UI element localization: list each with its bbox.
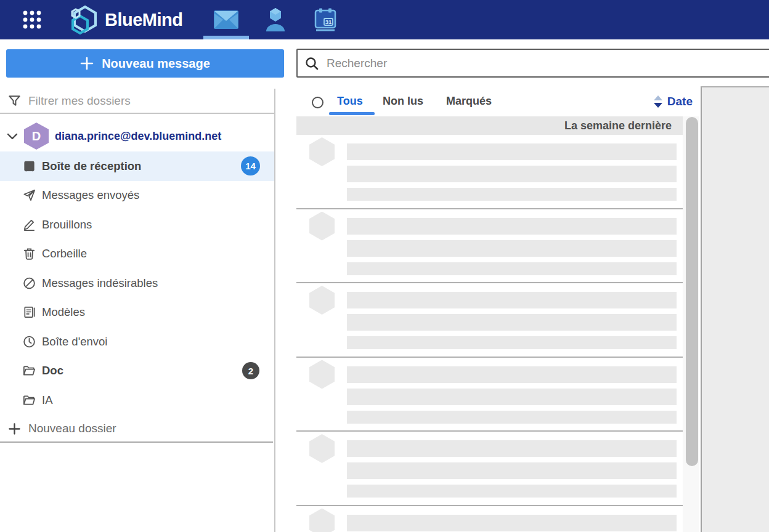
date-group-header: La semaine dernière	[296, 116, 683, 135]
nav-tab-contacts[interactable]	[262, 0, 289, 39]
toolbar: Nouveau message	[0, 39, 769, 89]
folder-label: Modèles	[42, 305, 85, 319]
sidebar-item-inbox[interactable]: Boîte de réception 14	[0, 151, 274, 181]
sort-arrows-icon	[654, 95, 662, 108]
new-message-button[interactable]: Nouveau message	[6, 49, 284, 78]
unread-count-badge: 2	[242, 362, 259, 379]
message-skeleton-row[interactable]	[296, 283, 683, 358]
calendar-icon: 31	[314, 8, 338, 31]
chevron-down-icon[interactable]	[5, 129, 20, 143]
text-placeholder	[347, 462, 677, 479]
folder-label: Brouillons	[42, 218, 92, 232]
tab-unread[interactable]: Non lus	[383, 95, 423, 108]
message-skeleton-row[interactable]	[296, 432, 683, 506]
sort-label: Date	[667, 95, 693, 108]
search-box	[296, 49, 769, 78]
message-skeleton-row[interactable]	[296, 135, 683, 209]
message-skeleton-row[interactable]	[296, 209, 683, 284]
plus-icon	[8, 422, 21, 435]
avatar-placeholder	[309, 212, 335, 241]
message-skeleton-row[interactable]	[296, 506, 683, 532]
sidebar-item-outbox[interactable]: Boîte d'envoi	[0, 327, 274, 357]
reading-pane-placeholder	[701, 86, 769, 532]
avatar-placeholder	[309, 286, 335, 315]
tab-all[interactable]: Tous	[337, 95, 363, 108]
avatar-placeholder	[309, 137, 335, 166]
avatar-placeholder	[309, 360, 335, 389]
avatar: D	[24, 123, 49, 150]
trash-icon	[22, 247, 36, 261]
sidebar-item-sent[interactable]: Messages envoyés	[0, 181, 274, 211]
text-placeholder	[347, 366, 677, 383]
search-icon	[304, 56, 319, 71]
send-icon	[22, 188, 36, 203]
mail-icon	[214, 10, 238, 29]
folder-label: Doc	[42, 364, 63, 377]
message-list-pane: Tous Non lus Marqués Date La semaine der…	[296, 89, 701, 532]
sidebar-divider	[0, 441, 273, 443]
folder-list: Boîte de réception 14 Messages envoyés	[0, 151, 274, 415]
folder-sidebar: D diana.prince@dev.bluemind.net Boîte de…	[0, 89, 275, 532]
avatar-placeholder	[309, 509, 335, 532]
scrollbar-thumb[interactable]	[686, 117, 698, 466]
filter-funnel-icon	[7, 94, 22, 108]
text-placeholder	[347, 240, 677, 257]
bluemind-logo-icon	[68, 3, 100, 36]
select-all-checkbox[interactable]	[312, 97, 323, 108]
brand-name: BlueMind	[105, 10, 183, 30]
text-placeholder	[347, 166, 677, 182]
account-row[interactable]: D diana.prince@dev.bluemind.net	[0, 121, 274, 151]
sidebar-item-templates[interactable]: Modèles	[0, 298, 274, 328]
clock-icon	[22, 334, 36, 349]
search-input[interactable]	[327, 57, 769, 70]
active-tab-underline	[329, 112, 375, 115]
folder-filter-input[interactable]	[28, 94, 274, 108]
text-placeholder	[347, 262, 677, 275]
folder-label: Boîte de réception	[42, 159, 141, 173]
text-placeholder	[347, 292, 677, 308]
folder-label: Corbeille	[42, 247, 87, 260]
folder-icon	[22, 364, 36, 378]
new-message-label: Nouveau message	[102, 57, 210, 71]
svg-text:31: 31	[325, 18, 332, 25]
folder-filter-row	[0, 89, 274, 114]
sidebar-item-ia[interactable]: IA	[0, 385, 274, 415]
message-list-toolbar: Tous Non lus Marqués Date	[296, 89, 701, 116]
bluemind-logo[interactable]: BlueMind	[68, 3, 183, 36]
text-placeholder	[347, 411, 677, 424]
message-skeleton-row[interactable]	[296, 358, 683, 432]
contacts-icon	[265, 8, 286, 31]
tab-flagged[interactable]: Marqués	[446, 95, 492, 108]
account-email: diana.prince@dev.bluemind.net	[55, 130, 221, 143]
apps-grid-icon[interactable]	[22, 10, 42, 30]
text-placeholder	[347, 143, 677, 160]
unread-count-badge: 14	[241, 156, 260, 175]
template-icon	[22, 305, 36, 320]
block-icon	[22, 276, 36, 290]
text-placeholder	[347, 336, 677, 349]
inbox-icon	[22, 159, 36, 173]
text-placeholder	[347, 440, 677, 457]
sort-control[interactable]: Date	[654, 95, 693, 108]
text-placeholder	[347, 515, 677, 531]
new-folder-button[interactable]: Nouveau dossier	[0, 415, 274, 442]
text-placeholder	[347, 389, 677, 405]
avatar-placeholder	[309, 434, 335, 463]
sidebar-item-doc[interactable]: Doc 2	[0, 357, 274, 386]
nav-tab-mail[interactable]	[203, 0, 249, 39]
new-folder-label: Nouveau dossier	[28, 422, 116, 435]
sidebar-item-trash[interactable]: Corbeille	[0, 240, 274, 269]
sidebar-item-junk[interactable]: Messages indésirables	[0, 268, 274, 298]
text-placeholder	[347, 314, 677, 331]
folder-label: IA	[42, 393, 52, 407]
sort-asc-icon	[654, 95, 662, 100]
text-placeholder	[347, 218, 677, 235]
folder-icon	[22, 393, 36, 407]
plus-icon	[80, 57, 94, 70]
message-rows	[296, 135, 683, 532]
sort-desc-icon	[654, 103, 662, 108]
sidebar-item-drafts[interactable]: Brouillons	[0, 210, 274, 240]
nav-tab-calendar[interactable]: 31	[312, 0, 340, 39]
text-placeholder	[347, 188, 677, 201]
text-placeholder	[347, 485, 677, 498]
